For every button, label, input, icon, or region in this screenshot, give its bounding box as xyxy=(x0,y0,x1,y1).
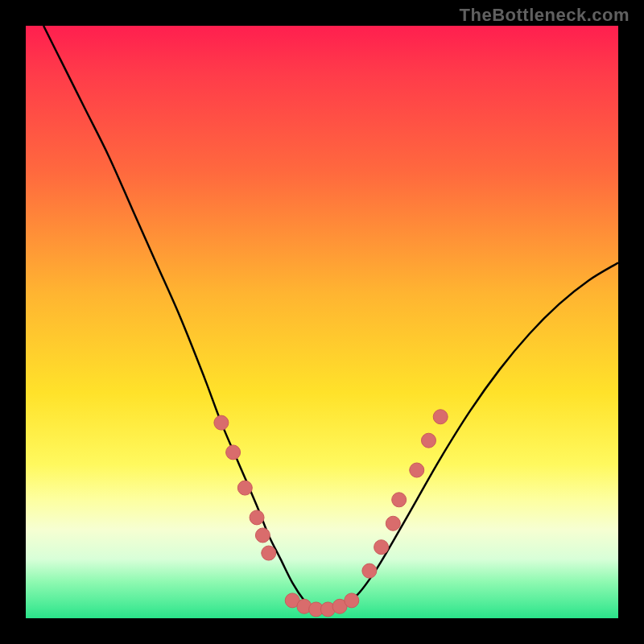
chart-plot-area xyxy=(26,26,618,618)
data-point xyxy=(410,463,424,477)
bottleneck-chart xyxy=(26,26,618,618)
data-point xyxy=(237,481,252,495)
data-point xyxy=(345,593,359,608)
data-point xyxy=(421,433,436,448)
data-point xyxy=(362,564,377,578)
data-point xyxy=(262,546,276,560)
data-point xyxy=(386,516,400,530)
attribution-label: TheBottleneck.com xyxy=(460,5,630,26)
data-point xyxy=(392,493,407,507)
data-point xyxy=(250,510,264,525)
data-point xyxy=(433,410,448,424)
data-point xyxy=(214,415,229,430)
bottleneck-curve xyxy=(43,26,618,613)
data-point xyxy=(255,528,270,543)
data-markers xyxy=(214,410,448,617)
data-point xyxy=(374,540,389,555)
data-point xyxy=(226,445,241,460)
